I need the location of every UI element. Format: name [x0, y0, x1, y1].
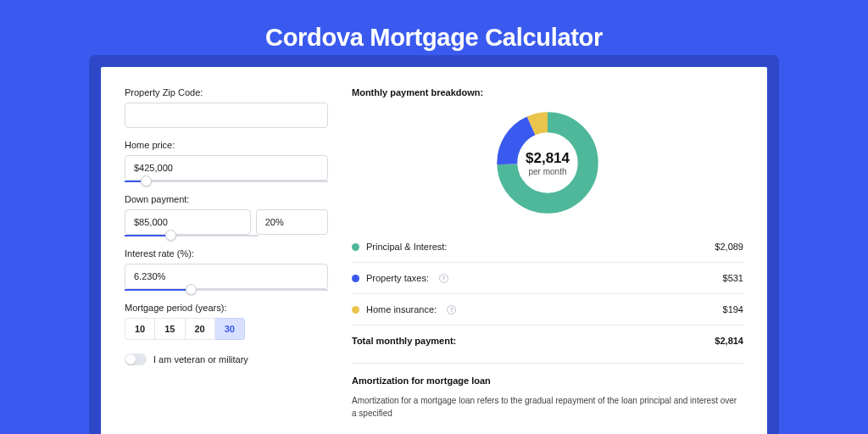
- divider: [352, 293, 743, 294]
- donut-amount: $2,814: [526, 150, 570, 167]
- down-payment-amount-input[interactable]: [125, 209, 251, 235]
- dot-icon: [352, 275, 359, 282]
- info-icon[interactable]: ?: [439, 274, 448, 283]
- total-row: Total monthly payment: $2,814: [352, 329, 743, 359]
- amortization-title: Amortization for mortgage loan: [352, 376, 743, 386]
- legend-label: Property taxes:: [366, 273, 429, 283]
- home-price-field: Home price:: [125, 140, 328, 182]
- slider-fill: [125, 181, 141, 182]
- slider-thumb[interactable]: [186, 284, 197, 295]
- down-payment-field: Down payment:: [125, 194, 328, 236]
- legend-value: $2,089: [715, 242, 743, 252]
- divider: [352, 262, 743, 263]
- veteran-row: I am veteran or military: [125, 353, 328, 365]
- interest-slider[interactable]: [125, 289, 328, 291]
- divider: [352, 325, 743, 326]
- period-20-button[interactable]: 20: [186, 318, 215, 340]
- interest-label: Interest rate (%):: [125, 248, 328, 259]
- toggle-knob: [125, 354, 136, 364]
- down-payment-label: Down payment:: [125, 194, 328, 204]
- slider-fill: [125, 289, 186, 291]
- slider-thumb[interactable]: [165, 230, 176, 241]
- info-icon[interactable]: ?: [447, 305, 456, 314]
- home-price-label: Home price:: [125, 140, 328, 150]
- interest-input[interactable]: [125, 264, 328, 289]
- donut-sub: per month: [528, 167, 566, 176]
- legend-value: $194: [723, 304, 743, 314]
- legend-row-insurance: Home insurance: ? $194: [352, 298, 743, 321]
- period-button-group: 10 15 20 30: [125, 318, 328, 340]
- home-price-slider[interactable]: [125, 181, 328, 182]
- legend-value: $531: [723, 273, 743, 283]
- dot-icon: [352, 243, 359, 251]
- total-value: $2,814: [715, 336, 743, 346]
- period-15-button[interactable]: 15: [155, 318, 185, 340]
- page-header: Cordova Mortgage Calculator: [0, 0, 868, 67]
- period-field: Mortgage period (years): 10 15 20 30: [125, 303, 328, 340]
- donut-chart: $2,814 per month: [494, 109, 601, 216]
- total-label: Total monthly payment:: [352, 336, 456, 346]
- slider-fill: [125, 235, 165, 236]
- legend-row-taxes: Property taxes: ? $531: [352, 266, 743, 290]
- interest-field: Interest rate (%):: [125, 248, 328, 291]
- period-30-button[interactable]: 30: [215, 318, 245, 340]
- inputs-column: Property Zip Code: Home price: Down paym…: [125, 87, 328, 434]
- zip-input[interactable]: [125, 103, 328, 128]
- donut-center: $2,814 per month: [494, 109, 601, 216]
- legend-row-principal: Principal & Interest: $2,089: [352, 235, 743, 259]
- zip-label: Property Zip Code:: [125, 87, 328, 97]
- legend-label: Home insurance:: [366, 304, 437, 314]
- period-10-button[interactable]: 10: [125, 318, 155, 340]
- home-price-input[interactable]: [125, 155, 328, 181]
- down-payment-slider[interactable]: [125, 235, 259, 236]
- breakdown-column: Monthly payment breakdown: $2,814 per mo…: [352, 87, 743, 434]
- period-label: Mortgage period (years):: [125, 303, 328, 313]
- donut-chart-wrap: $2,814 per month: [352, 109, 743, 216]
- dot-icon: [352, 306, 359, 314]
- divider: [352, 363, 743, 364]
- calculator-card: Property Zip Code: Home price: Down paym…: [101, 67, 767, 434]
- veteran-toggle[interactable]: [125, 353, 147, 365]
- legend-label: Principal & Interest:: [366, 242, 447, 252]
- page-title: Cordova Mortgage Calculator: [0, 24, 868, 52]
- zip-field: Property Zip Code:: [125, 87, 328, 128]
- amortization-text: Amortization for a mortgage loan refers …: [352, 394, 743, 420]
- slider-thumb[interactable]: [141, 175, 152, 186]
- down-payment-percent-input[interactable]: [256, 209, 328, 235]
- breakdown-title: Monthly payment breakdown:: [352, 87, 743, 97]
- veteran-label: I am veteran or military: [153, 354, 248, 364]
